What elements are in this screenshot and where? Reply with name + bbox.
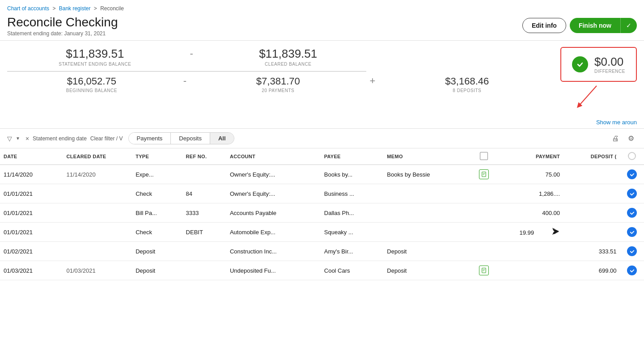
cell-check[interactable] <box>620 184 644 203</box>
finish-now-button[interactable]: Finish now <box>570 18 620 33</box>
cell-cleared-date: 11/14/2020 <box>63 165 132 184</box>
clear-filter-label[interactable]: Clear filter / V <box>90 135 123 142</box>
breadcrumb-sep2: > <box>94 5 97 12</box>
table-row[interactable]: 01/03/2021 01/03/2021 Deposit Undeposite… <box>0 261 644 280</box>
plus-operator: + <box>363 75 383 93</box>
cell-cleared-date <box>63 203 132 223</box>
cell-date: 01/03/2021 <box>0 261 63 280</box>
svg-line-1 <box>579 86 597 106</box>
col-header-date: DATE <box>0 148 63 165</box>
cell-type: Check <box>132 184 182 203</box>
filter-close-icon[interactable]: × <box>25 135 29 142</box>
cell-icon <box>471 203 496 223</box>
cell-payee: Books by... <box>321 165 384 184</box>
cell-date: 01/01/2021 <box>0 184 63 203</box>
cell-account: Automobile Exp... <box>226 223 321 242</box>
page-subtitle: Statement ending date: January 31, 2021 <box>7 30 118 37</box>
row-check-icon[interactable] <box>627 169 637 179</box>
cell-deposit <box>564 223 620 242</box>
finish-now-caret-button[interactable]: ✓ <box>620 18 637 33</box>
cell-deposit: 333.51 <box>564 242 620 261</box>
cell-payment: 1,286.... <box>496 184 564 203</box>
cell-date: 01/01/2021 <box>0 203 63 223</box>
minus-operator-2: - <box>176 75 194 93</box>
cell-icon <box>471 184 496 203</box>
cell-cleared-date <box>63 223 132 242</box>
cell-payment: 19.99⮞ <box>496 223 564 242</box>
cell-ref: 84 <box>182 184 226 203</box>
print-button[interactable]: 🖨 <box>609 134 622 143</box>
cell-date: 11/14/2020 <box>0 165 63 184</box>
cleared-doc-icon <box>479 266 489 275</box>
cell-payee: Cool Cars <box>321 261 384 280</box>
table-row[interactable]: 01/01/2021 Check DEBIT Automobile Exp...… <box>0 223 644 242</box>
cell-check[interactable] <box>620 261 644 280</box>
cell-ref <box>182 261 226 280</box>
cell-cleared-date: 01/03/2021 <box>63 261 132 280</box>
breadcrumb-bank[interactable]: Bank register <box>59 5 91 12</box>
cell-payment <box>496 261 564 280</box>
show-me-around-link[interactable]: Show me aroun <box>596 119 637 126</box>
cell-memo <box>383 203 471 223</box>
row-check-icon[interactable] <box>627 208 637 218</box>
cell-type: Check <box>132 223 182 242</box>
tab-group: Payments Deposits All <box>128 132 234 144</box>
payments-summary: $7,381.70 20 PAYMENTS <box>194 76 363 93</box>
breadcrumb-reconcile: Reconcile <box>100 5 124 12</box>
cell-memo: Deposit <box>383 261 471 280</box>
cleared-balance: $11,839.51 CLEARED BALANCE <box>200 47 376 67</box>
cell-deposit <box>564 165 620 184</box>
row-check-icon[interactable] <box>627 246 637 256</box>
filter-icon[interactable]: ▽ <box>7 135 12 142</box>
col-header-account: ACCOUNT <box>226 148 321 165</box>
cell-payee: Business ... <box>321 184 384 203</box>
cell-check[interactable] <box>620 223 644 242</box>
cell-type: Expe... <box>132 165 182 184</box>
cell-account: Owner's Equity:... <box>226 165 321 184</box>
edit-info-button[interactable]: Edit info <box>522 18 566 33</box>
cell-payee: Dallas Ph... <box>321 203 384 223</box>
cell-account: Accounts Payable <box>226 203 321 223</box>
filter-dropdown-icon[interactable]: ▼ <box>16 136 20 141</box>
col-header-cleared-date: CLEARED DATE <box>63 148 132 165</box>
col-header-type: TYPE <box>132 148 182 165</box>
breadcrumb-chart[interactable]: Chart of accounts <box>7 5 49 12</box>
cell-payment: 400.00 <box>496 203 564 223</box>
col-header-payee: PAYEE <box>321 148 384 165</box>
tab-deposits[interactable]: Deposits <box>171 133 210 144</box>
svg-rect-2 <box>482 172 486 177</box>
cell-ref: DEBIT <box>182 223 226 242</box>
breadcrumb-sep1: > <box>52 5 55 12</box>
row-check-icon[interactable] <box>627 266 637 275</box>
col-header-icon <box>471 148 496 165</box>
col-header-payment: PAYMENT <box>496 148 564 165</box>
table-row[interactable]: 01/01/2021 Check 84 Owner's Equity:... B… <box>0 184 644 203</box>
cell-check[interactable] <box>620 165 644 184</box>
difference-check-icon <box>572 56 588 72</box>
table-row[interactable]: 01/02/2021 Deposit Construction Inc... A… <box>0 242 644 261</box>
cell-check[interactable] <box>620 242 644 261</box>
cell-date: 01/02/2021 <box>0 242 63 261</box>
cell-memo <box>383 223 471 242</box>
settings-button[interactable]: ⚙ <box>625 133 637 143</box>
cell-icon <box>471 223 496 242</box>
cell-cleared-date <box>63 242 132 261</box>
row-check-icon[interactable] <box>627 189 637 198</box>
beginning-balance: $16,052.75 BEGINNING BALANCE <box>7 76 176 93</box>
cell-check[interactable] <box>620 203 644 223</box>
cell-type: Deposit <box>132 242 182 261</box>
deposits-summary: $3,168.46 8 DEPOSITS <box>382 76 551 93</box>
table-row[interactable]: 01/01/2021 Bill Pa... 3333 Accounts Paya… <box>0 203 644 223</box>
cell-account: Construction Inc... <box>226 242 321 261</box>
svg-rect-5 <box>482 268 486 273</box>
cell-payee: Amy's Bir... <box>321 242 384 261</box>
tab-payments[interactable]: Payments <box>129 133 171 144</box>
table-row[interactable]: 11/14/2020 11/14/2020 Expe... Owner's Eq… <box>0 165 644 184</box>
tab-all[interactable]: All <box>210 133 234 144</box>
cell-payee: Squeaky ... <box>321 223 384 242</box>
cursor-indicator: ⮞ <box>552 228 560 236</box>
cell-ref: 3333 <box>182 203 226 223</box>
cell-deposit: 699.00 <box>564 261 620 280</box>
row-check-icon[interactable] <box>627 227 637 237</box>
statement-ending-balance: $11,839.51 STATEMENT ENDING BALANCE <box>7 47 183 67</box>
